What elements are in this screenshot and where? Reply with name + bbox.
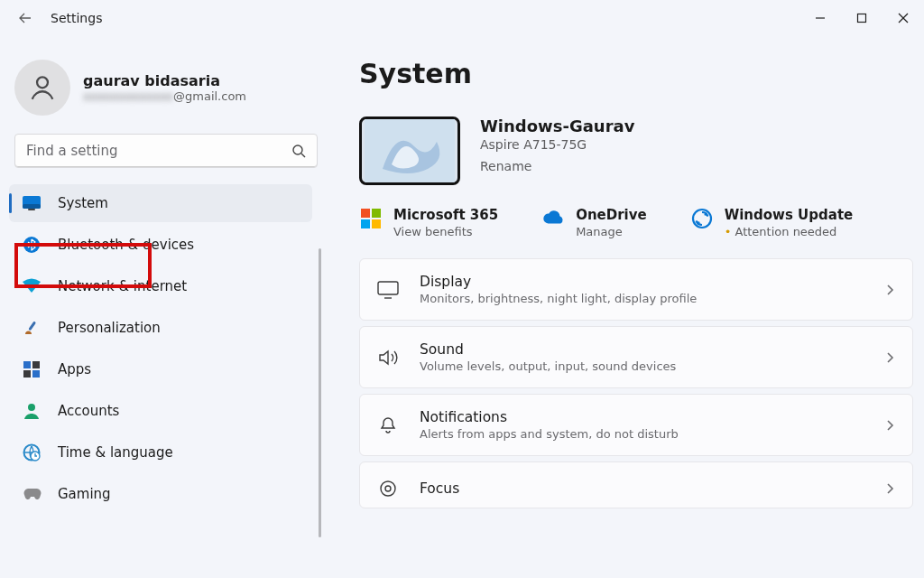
update-sub: Attention needed xyxy=(725,225,854,238)
svg-rect-15 xyxy=(32,370,40,378)
page-title: System xyxy=(359,58,913,89)
card-sub: Monitors, brightness, night light, displ… xyxy=(420,292,864,305)
bell-icon xyxy=(376,414,400,437)
svg-rect-22 xyxy=(361,219,370,228)
card-title: Sound xyxy=(420,341,864,358)
svg-rect-25 xyxy=(378,282,398,294)
device-block: Windows-Gaurav Aspire A715-75G Rename xyxy=(359,117,913,185)
m365-title: Microsoft 365 xyxy=(393,207,498,223)
svg-rect-14 xyxy=(23,370,31,378)
svg-rect-21 xyxy=(372,209,381,218)
device-model: Aspire A715-75G xyxy=(480,137,634,152)
sidebar: gaurav bidasaria xxxxxxxxxxxxx@gmail.com… xyxy=(7,36,327,578)
sidebar-scrollbar[interactable] xyxy=(319,248,321,537)
main-pane: System Windows-Gaurav Aspire A715-75G Re… xyxy=(327,36,924,578)
device-info: Windows-Gaurav Aspire A715-75G Rename xyxy=(480,117,634,173)
sidebar-item-label: System xyxy=(58,195,108,211)
svg-rect-23 xyxy=(372,219,381,228)
profile-name: gaurav bidasaria xyxy=(83,72,246,89)
sidebar-item-label: Apps xyxy=(58,361,91,378)
settings-list: Display Monitors, brightness, night ligh… xyxy=(359,258,913,508)
svg-point-28 xyxy=(385,486,391,491)
sidebar-item-accounts[interactable]: Accounts xyxy=(9,392,312,430)
onedrive-tile[interactable]: OneDrive Manage xyxy=(541,207,647,238)
sidebar-item-personalization[interactable]: Personalization xyxy=(9,309,312,347)
card-sound[interactable]: Sound Volume levels, output, input, soun… xyxy=(359,326,913,388)
sidebar-item-label: Gaming xyxy=(58,486,111,502)
sidebar-item-network[interactable]: Network & internet xyxy=(9,267,312,305)
system-icon xyxy=(22,193,42,213)
svg-point-4 xyxy=(37,77,48,88)
m365-tile[interactable]: Microsoft 365 View benefits xyxy=(359,207,498,238)
window-title: Settings xyxy=(51,11,102,25)
window-controls xyxy=(799,0,924,36)
time-language-icon xyxy=(22,443,42,462)
rename-link[interactable]: Rename xyxy=(480,159,634,173)
search-icon xyxy=(291,144,306,158)
svg-point-5 xyxy=(293,145,302,154)
svg-rect-13 xyxy=(32,361,40,368)
card-title: Focus xyxy=(420,480,864,497)
onedrive-icon xyxy=(541,207,565,230)
microsoft-365-icon xyxy=(359,207,383,230)
back-button[interactable] xyxy=(13,5,38,31)
onedrive-sub: Manage xyxy=(576,225,647,238)
svg-rect-9 xyxy=(28,209,35,210)
sidebar-item-label: Bluetooth & devices xyxy=(58,237,194,253)
chevron-right-icon xyxy=(883,284,896,296)
card-sub: Alerts from apps and system, do not dist… xyxy=(420,427,864,441)
maximize-button[interactable] xyxy=(841,0,882,36)
nav-list: System Bluetooth & devices Network & int… xyxy=(9,184,323,513)
search-box[interactable] xyxy=(14,134,318,168)
windows-update-icon xyxy=(690,207,714,230)
chevron-right-icon xyxy=(883,351,896,364)
card-title: Display xyxy=(420,274,864,290)
sidebar-item-apps[interactable]: Apps xyxy=(9,350,312,388)
update-title: Windows Update xyxy=(725,207,854,223)
avatar xyxy=(14,60,70,116)
card-focus[interactable]: Focus xyxy=(359,461,913,508)
svg-point-27 xyxy=(381,481,395,496)
card-display[interactable]: Display Monitors, brightness, night ligh… xyxy=(359,258,913,321)
search-input[interactable] xyxy=(26,143,291,159)
svg-rect-12 xyxy=(23,361,31,368)
cloud-row: Microsoft 365 View benefits OneDrive Man… xyxy=(359,207,913,238)
onedrive-title: OneDrive xyxy=(576,207,647,223)
svg-rect-20 xyxy=(361,209,370,218)
svg-rect-1 xyxy=(858,14,866,23)
chevron-right-icon xyxy=(883,419,896,432)
card-sub: Volume levels, output, input, sound devi… xyxy=(420,359,864,373)
display-icon xyxy=(376,278,400,302)
gaming-icon xyxy=(22,484,42,504)
sidebar-item-label: Network & internet xyxy=(58,278,187,294)
svg-rect-11 xyxy=(28,322,36,331)
windows-update-tile[interactable]: Windows Update Attention needed xyxy=(690,207,854,238)
profile-email: xxxxxxxxxxxxx@gmail.com xyxy=(83,89,246,103)
title-bar: Settings xyxy=(0,0,924,36)
device-thumbnail[interactable] xyxy=(359,117,460,185)
close-button[interactable] xyxy=(882,0,924,36)
m365-sub: View benefits xyxy=(393,225,498,238)
accounts-icon xyxy=(22,401,42,421)
minimize-button[interactable] xyxy=(799,0,841,36)
sound-icon xyxy=(376,346,400,369)
apps-icon xyxy=(22,359,42,379)
sidebar-item-time-language[interactable]: Time & language xyxy=(9,434,312,471)
sidebar-item-system[interactable]: System xyxy=(9,184,312,222)
profile-block[interactable]: gaurav bidasaria xxxxxxxxxxxxx@gmail.com xyxy=(9,54,323,134)
brush-icon xyxy=(22,318,42,338)
bluetooth-icon xyxy=(22,235,42,255)
sidebar-item-bluetooth[interactable]: Bluetooth & devices xyxy=(9,226,312,264)
sidebar-item-gaming[interactable]: Gaming xyxy=(9,475,312,513)
card-title: Notifications xyxy=(420,409,864,425)
device-name: Windows-Gaurav xyxy=(480,117,634,135)
svg-point-16 xyxy=(28,404,35,411)
card-notifications[interactable]: Notifications Alerts from apps and syste… xyxy=(359,394,913,456)
wifi-icon xyxy=(22,276,42,296)
sidebar-item-label: Accounts xyxy=(58,403,119,419)
chevron-right-icon xyxy=(883,482,896,495)
focus-icon xyxy=(376,477,400,500)
sidebar-item-label: Time & language xyxy=(58,444,173,461)
svg-rect-8 xyxy=(23,204,41,209)
sidebar-item-label: Personalization xyxy=(58,320,161,336)
